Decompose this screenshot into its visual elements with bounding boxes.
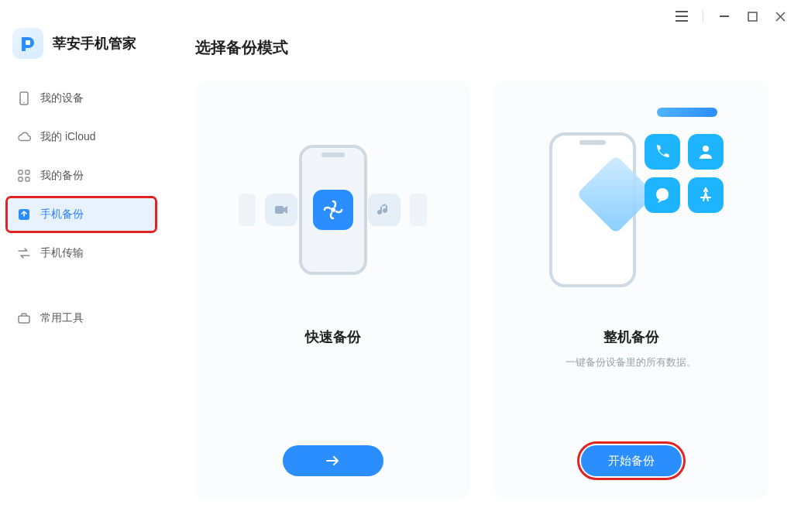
brand-title: 莘安手机管家: [53, 34, 136, 53]
svg-rect-1: [26, 40, 30, 45]
button-label: 开始备份: [608, 454, 655, 469]
sidebar-item-my-device[interactable]: 我的设备: [6, 81, 156, 116]
window-close-icon[interactable]: [773, 9, 787, 23]
svg-point-3: [23, 102, 25, 104]
appstore-icon: [688, 177, 724, 213]
contact-icon: [688, 134, 724, 170]
sidebar-item-my-icloud[interactable]: 我的 iCloud: [6, 119, 156, 155]
svg-rect-4: [19, 170, 22, 174]
sidebar-item-phone-transfer[interactable]: 手机传输: [6, 235, 156, 271]
cloud-icon: [17, 130, 31, 144]
svg-point-13: [656, 188, 669, 201]
message-icon: [645, 177, 680, 213]
toolbox-icon: [17, 311, 31, 325]
svg-point-12: [703, 146, 709, 152]
video-icon: [265, 194, 297, 226]
decorative-bar: [410, 194, 427, 226]
sidebar: 莘安手机管家 我的设备 我的 iCloud 我的备份 手机备份: [0, 0, 163, 532]
backup-icon: [17, 208, 31, 221]
app-icons-grid: [645, 134, 724, 213]
quick-backup-illustration: [214, 109, 452, 311]
sidebar-item-tools[interactable]: 常用工具: [6, 300, 156, 336]
music-icon: [368, 194, 400, 226]
sidebar-item-label: 我的备份: [40, 169, 84, 183]
backup-mode-cards: 快速备份: [195, 81, 768, 499]
svg-rect-7: [26, 177, 29, 181]
phone-call-icon: [645, 134, 680, 170]
card-desc: 一键备份设备里的所有数据。: [566, 355, 696, 369]
transfer-icon: [17, 246, 31, 260]
sidebar-item-label: 我的 iCloud: [40, 130, 96, 144]
svg-rect-6: [19, 177, 22, 181]
sidebar-item-label: 我的设备: [40, 91, 84, 105]
start-backup-button[interactable]: 开始备份: [581, 445, 682, 476]
window-minimize-icon[interactable]: [717, 9, 731, 23]
card-full-backup[interactable]: 整机备份 一键备份设备里的所有数据。 开始备份: [493, 81, 768, 499]
page-title: 选择备份模式: [195, 37, 768, 58]
card-title: 快速备份: [305, 328, 361, 346]
card-quick-backup[interactable]: 快速备份: [195, 81, 470, 499]
full-backup-illustration: [512, 109, 750, 311]
sidebar-item-label: 常用工具: [40, 311, 84, 325]
svg-rect-0: [748, 12, 757, 21]
svg-rect-5: [26, 170, 29, 174]
sidebar-nav: 我的设备 我的 iCloud 我的备份 手机备份 手机传输: [6, 81, 156, 336]
sidebar-item-phone-backup[interactable]: 手机备份: [6, 197, 156, 232]
card-title: 整机备份: [603, 328, 659, 346]
phone-outline-icon: [299, 145, 367, 275]
hamburger-menu-icon[interactable]: [675, 9, 689, 23]
svg-rect-9: [19, 316, 29, 323]
sidebar-item-label: 手机传输: [40, 246, 84, 260]
quick-backup-button[interactable]: [283, 445, 383, 476]
fan-icon: [313, 190, 353, 230]
svg-rect-10: [275, 206, 284, 214]
sidebar-item-label: 手机备份: [40, 208, 84, 221]
svg-point-11: [331, 208, 335, 212]
window-controls: [661, 0, 801, 33]
decorative-pill: [657, 108, 717, 117]
sidebar-item-my-backup[interactable]: 我的备份: [6, 158, 156, 194]
brand-logo-icon: [12, 28, 43, 59]
grid-icon: [17, 169, 31, 183]
window-maximize-icon[interactable]: [745, 9, 759, 23]
phone-icon: [17, 91, 31, 105]
decorative-bar: [239, 194, 256, 226]
arrow-right-icon: [325, 455, 341, 466]
divider: [703, 10, 703, 22]
main-content: 选择备份模式 快速备份: [163, 0, 801, 532]
brand: 莘安手机管家: [6, 28, 156, 81]
